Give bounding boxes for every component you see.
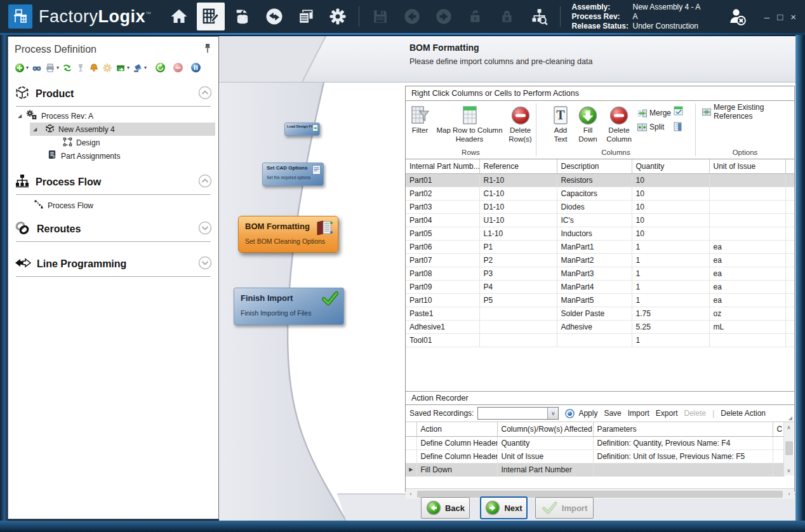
maximize-button[interactable]: □: [777, 11, 783, 22]
export-recording-button[interactable]: Export: [656, 409, 678, 418]
table-cell[interactable]: [785, 253, 794, 267]
lamp-button-disabled[interactable]: [76, 63, 86, 73]
flowchart-search-button[interactable]: [525, 3, 553, 30]
table-cell[interactable]: [785, 280, 794, 293]
table-cell[interactable]: IC's: [557, 213, 632, 227]
materials-button[interactable]: [229, 3, 256, 30]
table-cell[interactable]: [785, 307, 794, 320]
split-button[interactable]: Split: [637, 120, 671, 134]
table-cell[interactable]: P5: [479, 293, 557, 307]
scroll-down-icon[interactable]: ∨: [784, 465, 794, 475]
table-cell[interactable]: [709, 333, 785, 347]
table-row[interactable]: Part07P2ManPart21ea: [406, 253, 794, 267]
documents-button[interactable]: [292, 3, 320, 30]
table-cell[interactable]: Capacitors: [557, 187, 632, 200]
tree-item-design[interactable]: Design: [8, 136, 218, 149]
table-row[interactable]: Part10P5ManPart51ea: [406, 293, 794, 307]
table-cell[interactable]: Part03: [406, 200, 479, 213]
table-cell[interactable]: [709, 200, 785, 213]
table-cell[interactable]: [785, 200, 794, 213]
delete-action-button[interactable]: Delete Action: [721, 409, 766, 418]
table-cell[interactable]: Part06: [406, 240, 479, 253]
saved-recordings-combobox[interactable]: ∨: [477, 407, 559, 420]
save-button-disabled[interactable]: [366, 3, 394, 30]
table-cell[interactable]: Part09: [406, 280, 479, 293]
unlock-button-disabled[interactable]: [462, 3, 489, 30]
expander-icon[interactable]: ◢: [16, 113, 23, 119]
table-cell[interactable]: Fill Down: [416, 463, 497, 476]
table-cell[interactable]: Part05: [406, 227, 479, 240]
tree-item-process-rev[interactable]: ◢ Process Rev: A: [8, 109, 218, 123]
table-cell[interactable]: Solder Paste: [557, 307, 632, 320]
bell-button[interactable]: [89, 63, 99, 73]
table-cell[interactable]: Part01: [406, 173, 479, 187]
table-row[interactable]: Part04U1-10IC's10: [406, 213, 794, 227]
tree-item-new-assembly[interactable]: ◢ New Assembly 4: [30, 123, 215, 136]
table-row[interactable]: Paste1Solder Paste1.75oz: [406, 307, 794, 320]
table-row[interactable]: Part09P4ManPart41ea: [406, 280, 794, 293]
table-cell[interactable]: [479, 333, 557, 347]
scroll-left-icon[interactable]: ‹: [406, 491, 416, 497]
tree-item-part-assignments[interactable]: Part Assignments: [8, 149, 218, 163]
action-table-vertical-scrollbar[interactable]: ∧ ∨: [783, 422, 794, 475]
action-table-row[interactable]: Define Column HeaderUnit of IssueDefinit…: [406, 449, 784, 463]
record-button[interactable]: [565, 409, 575, 418]
collapse-up-icon[interactable]: [198, 86, 212, 102]
table-cell[interactable]: Tool01: [406, 333, 479, 347]
table-cell[interactable]: Unit of Issue: [497, 449, 593, 463]
export-package-button[interactable]: ▾: [116, 63, 130, 73]
merge-existing-references-button[interactable]: Merge Existing References: [702, 103, 794, 120]
column-header[interactable]: Action: [416, 422, 497, 436]
table-cell[interactable]: [785, 227, 794, 240]
column-header[interactable]: Description: [557, 159, 632, 173]
table-row[interactable]: Part01R1-10Resistors10: [406, 173, 794, 187]
column-header[interactable]: Unit of Issue: [709, 159, 785, 173]
flow-step-bom-formatting-current[interactable]: BOM Formatting Set BOM Cleaning Options: [238, 216, 338, 253]
table-cell[interactable]: [709, 173, 785, 187]
cleanup-button[interactable]: ▾: [133, 63, 147, 73]
scrollbar-thumb[interactable]: [417, 491, 783, 498]
table-cell[interactable]: [785, 240, 794, 253]
table-cell[interactable]: C1-10: [479, 187, 557, 200]
split-cells-alt-button[interactable]: [674, 122, 683, 134]
table-cell[interactable]: Definition: Unit of Issue, Previous Name…: [593, 449, 773, 463]
table-cell[interactable]: Adhesive: [557, 320, 632, 333]
expand-down-icon[interactable]: [198, 256, 212, 272]
action-table-row[interactable]: ▶Fill DownInternal Part Number: [406, 463, 784, 476]
sync-gears-button[interactable]: [62, 63, 72, 73]
table-cell[interactable]: Part04: [406, 213, 479, 227]
redo-button-disabled[interactable]: [430, 3, 458, 30]
filter-button[interactable]: Filter: [407, 103, 434, 135]
add-button[interactable]: ▾: [15, 63, 29, 73]
table-cell[interactable]: ManPart3: [557, 267, 632, 280]
table-cell[interactable]: 1: [632, 293, 709, 307]
table-cell[interactable]: [785, 333, 794, 347]
remove-button[interactable]: [173, 62, 183, 73]
save-recording-button[interactable]: Save: [604, 409, 621, 418]
table-row[interactable]: Part08P3ManPart31ea: [406, 267, 794, 280]
table-cell[interactable]: Part02: [406, 187, 479, 200]
table-cell[interactable]: [785, 267, 794, 280]
table-cell[interactable]: P4: [479, 280, 557, 293]
column-header[interactable]: Internal Part Numb...: [406, 159, 479, 173]
expand-down-icon[interactable]: [198, 221, 212, 237]
table-cell[interactable]: [785, 293, 794, 307]
scroll-right-icon[interactable]: ›: [784, 491, 794, 497]
action-table-row[interactable]: Define Column HeaderQuantityDefinition: …: [406, 436, 784, 449]
table-cell[interactable]: Definition: Quantity, Previous Name: F4: [593, 436, 773, 449]
table-cell[interactable]: [593, 463, 773, 476]
table-cell[interactable]: Inductors: [557, 227, 632, 240]
table-cell[interactable]: [479, 307, 557, 320]
combo-arrow-icon[interactable]: ∨: [547, 408, 558, 419]
table-cell[interactable]: [557, 333, 632, 347]
table-cell[interactable]: Quantity: [497, 436, 593, 449]
pin-icon[interactable]: [203, 43, 212, 56]
apply-action-button[interactable]: Apply: [578, 409, 597, 418]
column-header[interactable]: Parameters: [593, 422, 773, 436]
table-cell[interactable]: Part10: [406, 293, 479, 307]
undo-button-disabled[interactable]: [398, 3, 426, 30]
table-row[interactable]: Part02C1-10Capacitors10: [406, 187, 794, 200]
table-cell[interactable]: 10: [632, 200, 709, 213]
import-recording-button[interactable]: Import: [628, 409, 649, 418]
table-cell[interactable]: [773, 449, 784, 463]
